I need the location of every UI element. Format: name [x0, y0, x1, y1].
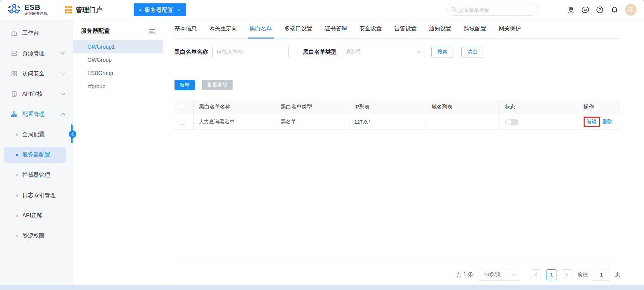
- sidebar-item-resources[interactable]: 资源管理: [0, 43, 73, 64]
- filter-name-input[interactable]: [212, 46, 289, 58]
- group-item-gwgroup[interactable]: GWGroup: [73, 53, 163, 67]
- location-icon[interactable]: [567, 6, 574, 14]
- sitemap-icon: [11, 111, 18, 118]
- search-button[interactable]: 搜索: [431, 47, 453, 57]
- header-divider: [59, 5, 59, 14]
- header-icon-group: AI ? 管: [567, 4, 637, 16]
- menu-search[interactable]: [446, 4, 538, 16]
- tab-blackwhite-list[interactable]: 黑白名单: [250, 20, 272, 38]
- home-icon: [11, 30, 18, 37]
- tab-certificate[interactable]: 证书管理: [325, 20, 347, 38]
- tab-label: 服务器配置: [144, 6, 173, 14]
- sidebar-subitem-api-migration[interactable]: API迁移: [0, 206, 73, 226]
- tab-alarm[interactable]: 告警设置: [394, 20, 417, 38]
- list-menu-icon[interactable]: [149, 29, 155, 33]
- current-page-button[interactable]: 1: [546, 269, 557, 280]
- table-row: 人力查询黑名单 黑名单 127.0.* 编辑 删除: [175, 114, 620, 130]
- main-content: 基本信息 网关重定向 黑白名单 多端口设置 证书管理 安全设置 告警设置 通知设…: [163, 20, 644, 285]
- bullet-icon: [16, 174, 18, 176]
- empty-area: [175, 130, 620, 264]
- page-background-strip: [0, 285, 644, 290]
- group-panel-title: 服务器配置: [81, 27, 110, 35]
- sidebar-item-workbench[interactable]: 工作台: [0, 23, 73, 43]
- col-ip-list: IP列表: [349, 100, 426, 114]
- row-checkbox[interactable]: [180, 120, 185, 125]
- sidebar-sublabel: API迁移: [22, 212, 43, 219]
- help-icon[interactable]: ?: [596, 6, 603, 14]
- sidebar-item-access-security[interactable]: 访问安全: [0, 64, 73, 84]
- ai-assistant-icon[interactable]: AI: [582, 6, 589, 14]
- sidebar-subitem-resource-permission[interactable]: 资源权限: [0, 226, 73, 246]
- sidebar-subitem-interceptor[interactable]: 拦截器管理: [0, 165, 73, 185]
- goto-page-input[interactable]: [593, 269, 610, 281]
- group-item-gwgroup1[interactable]: GWGroup1: [73, 40, 163, 53]
- group-item-esbgroup[interactable]: ESBGroup: [73, 67, 163, 80]
- tab-gateway-protection[interactable]: 网关保护: [499, 20, 521, 38]
- select-placeholder: 请选择: [345, 48, 361, 55]
- sidebar-sublabel: 服务器配置: [22, 151, 50, 159]
- cell-type: 黑名单: [275, 114, 349, 130]
- sidebar-subitem-global-config[interactable]: 全局配置: [0, 124, 73, 145]
- page-size-select[interactable]: 10条/页: [478, 269, 519, 281]
- sidebar-collapse-button[interactable]: [69, 130, 76, 138]
- col-operations: 操作: [578, 100, 620, 114]
- chevron-down-icon: [61, 52, 65, 55]
- tab-close-icon[interactable]: ×: [178, 7, 181, 13]
- tab-multiport[interactable]: 多端口设置: [285, 20, 313, 38]
- server-icon: [11, 50, 18, 57]
- chevron-down-icon: [61, 93, 65, 95]
- portal-title: 管理门户: [76, 5, 103, 15]
- notification-bell-icon[interactable]: [611, 6, 618, 14]
- col-domain-list: 域名列表: [426, 100, 499, 114]
- filter-name-label: 黑白名单名称: [175, 48, 208, 56]
- filter-separator: [175, 65, 620, 65]
- annotation-red-box: 编辑: [584, 117, 600, 127]
- user-avatar[interactable]: 管: [625, 4, 637, 16]
- sidebar-item-config-management[interactable]: 配置管理: [0, 104, 73, 124]
- status-toggle[interactable]: [505, 119, 518, 125]
- sidebar-item-api-review[interactable]: API审核: [0, 84, 73, 104]
- cell-name: 人力查询黑名单: [193, 114, 275, 130]
- open-page-tab[interactable]: ● 服务器配置 ×: [134, 3, 186, 16]
- sidebar-label: API审核: [22, 90, 43, 98]
- portal-title-block: 管理门户: [65, 5, 103, 15]
- sidebar-subitem-server-config[interactable]: 服务器配置: [0, 145, 73, 165]
- logo-title: ESB: [24, 4, 48, 11]
- tab-security[interactable]: 安全设置: [359, 20, 382, 38]
- svg-text:AI: AI: [584, 9, 587, 12]
- sidebar-label: 配置管理: [22, 111, 45, 118]
- pagination-bar: 共 1 条 10条/页 1 前往 页: [175, 264, 620, 285]
- select-all-checkbox[interactable]: [180, 105, 185, 110]
- sidebar-label: 资源管理: [22, 50, 45, 57]
- bullet-icon: [16, 194, 18, 197]
- clear-button[interactable]: 清空: [461, 47, 483, 57]
- logo-subtitle: 企业服务总线: [24, 11, 48, 16]
- search-input[interactable]: [459, 7, 533, 13]
- filter-type-select[interactable]: 请选择: [341, 46, 425, 58]
- tab-notification[interactable]: 通知设置: [429, 20, 451, 38]
- batch-delete-button[interactable]: 批量删除: [202, 80, 233, 90]
- apps-grid-icon: [11, 70, 18, 77]
- cell-domain-list: [426, 114, 499, 130]
- chevron-down-icon: [417, 51, 421, 53]
- add-button[interactable]: 新增: [175, 80, 195, 90]
- tab-cors[interactable]: 跨域配置: [464, 20, 486, 38]
- group-item-zfgroup[interactable]: zfgroup: [73, 80, 163, 93]
- sidebar-sublabel: 拦截器管理: [22, 171, 50, 179]
- goto-label: 前往: [577, 271, 588, 278]
- sidebar-subitem-log-index[interactable]: 日志索引管理: [0, 185, 73, 206]
- page-size-value: 10条/页: [484, 271, 501, 278]
- toggle-knob: [506, 119, 511, 125]
- chevron-up-icon: [61, 113, 65, 116]
- chevron-down-icon: [512, 273, 515, 276]
- sidebar-label: 访问安全: [22, 70, 45, 77]
- tab-basic-info[interactable]: 基本信息: [175, 20, 197, 38]
- tab-gateway-redirect[interactable]: 网关重定向: [209, 20, 237, 38]
- delete-link[interactable]: 删除: [603, 119, 613, 125]
- edit-link[interactable]: 编辑: [587, 119, 597, 125]
- tab-dot-icon: ●: [139, 8, 141, 12]
- search-icon: [451, 6, 457, 13]
- next-page-button[interactable]: [562, 269, 572, 280]
- prev-page-button[interactable]: [531, 269, 541, 280]
- sidebar-sublabel: 资源权限: [22, 232, 45, 240]
